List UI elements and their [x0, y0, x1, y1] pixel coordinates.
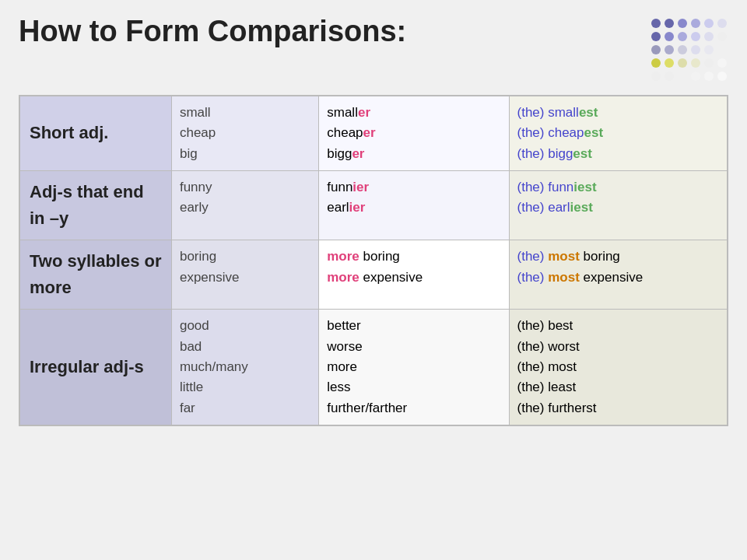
decorative-dot: [665, 72, 674, 81]
decorative-dot: [651, 58, 661, 68]
header: How to Form Comparisons:: [19, 16, 728, 82]
decorative-dot: [678, 19, 687, 28]
decorative-dot: [717, 19, 727, 28]
base-word: big: [180, 144, 310, 164]
base-word: little: [180, 377, 310, 397]
superlative-cell: (the) smallest(the) cheapest(the) bigges…: [509, 96, 728, 171]
base-word: small: [180, 103, 310, 123]
decorative-dot: [678, 72, 687, 81]
decorative-dot: [651, 45, 661, 54]
comparative-word: smaller: [327, 103, 500, 123]
superlative-word: (the) most: [517, 357, 719, 377]
category-cell: Short adj.: [19, 96, 171, 171]
dots-decoration: [651, 19, 728, 82]
decorative-dot: [717, 32, 727, 41]
superlative-word: (the) cheapest: [517, 123, 719, 143]
superlative-word: (the) least: [517, 377, 719, 397]
decorative-dot: [665, 58, 674, 68]
decorative-dot: [691, 19, 700, 28]
comparative-cell: smallercheaperbigger: [319, 96, 509, 171]
decorative-dot: [704, 58, 714, 68]
base-cell: boringexpensive: [171, 240, 318, 310]
table-row: Adj-s that end in –yfunnyearlyfunnierear…: [19, 171, 728, 240]
decorative-dot: [665, 32, 674, 41]
table-row: Two syllables or moreboringexpensivemore…: [19, 240, 728, 310]
base-word: far: [180, 398, 310, 418]
base-cell: smallcheapbig: [171, 96, 318, 171]
decorative-dot: [691, 32, 700, 41]
decorative-dot: [678, 58, 687, 68]
comparative-word: earlier: [327, 198, 500, 218]
comparative-word: bigger: [327, 144, 500, 164]
comparative-word: less: [327, 377, 500, 397]
comparative-word: further/farther: [327, 398, 500, 418]
table-row: Short adj.smallcheapbigsmallercheaperbig…: [19, 96, 728, 171]
superlative-word: (the) smallest: [517, 103, 719, 123]
superlative-cell: (the) funniest(the) earliest: [509, 171, 728, 240]
base-word: early: [180, 198, 310, 218]
page: How to Form Comparisons: Short adj.small…: [0, 0, 747, 560]
decorative-dot: [651, 19, 661, 28]
comparative-cell: betterworsemorelessfurther/farther: [319, 310, 509, 425]
decorative-dot: [717, 45, 727, 54]
comparative-cell: more boringmore expensive: [319, 240, 509, 310]
base-cell: funnyearly: [171, 171, 318, 240]
decorative-dot: [665, 19, 674, 28]
decorative-dot: [691, 58, 700, 68]
decorative-dot: [717, 72, 727, 81]
category-cell: Irregular adj-s: [19, 310, 171, 425]
comparative-word: funnier: [327, 177, 500, 198]
base-word: bad: [180, 337, 310, 357]
decorative-dot: [704, 45, 714, 54]
decorative-dot: [717, 58, 727, 68]
comparative-word: more: [327, 357, 500, 377]
superlative-cell: (the) most boring(the) most expensive: [509, 240, 728, 310]
base-word: funny: [180, 177, 310, 198]
decorative-dot: [651, 32, 661, 41]
superlative-word: (the) best: [517, 316, 719, 336]
table-row: Irregular adj-sgoodbadmuch/manylittlefar…: [19, 310, 728, 425]
comparative-word: worse: [327, 337, 500, 357]
decorative-dot: [651, 72, 661, 81]
decorative-dot: [691, 45, 700, 54]
decorative-dot: [678, 32, 687, 41]
superlative-word: (the) funniest: [517, 177, 719, 198]
superlative-word: (the) biggest: [517, 144, 719, 164]
comparative-word: more expensive: [327, 268, 500, 288]
category-cell: Adj-s that end in –y: [19, 171, 171, 240]
decorative-dot: [704, 72, 714, 81]
base-word: boring: [180, 247, 310, 267]
decorative-dot: [704, 19, 714, 28]
base-cell: goodbadmuch/manylittlefar: [171, 310, 318, 425]
superlative-word: (the) worst: [517, 337, 719, 357]
superlative-word: (the) most expensive: [517, 268, 719, 288]
base-word: expensive: [180, 268, 310, 288]
superlative-word: (the) most boring: [517, 247, 719, 267]
decorative-dot: [665, 45, 674, 54]
comparative-word: cheaper: [327, 123, 500, 143]
comparisons-table: Short adj.smallcheapbigsmallercheaperbig…: [19, 95, 728, 426]
superlative-cell: (the) best(the) worst(the) most(the) lea…: [509, 310, 728, 425]
page-title: How to Form Comparisons:: [19, 16, 406, 48]
decorative-dot: [691, 72, 700, 81]
category-cell: Two syllables or more: [19, 240, 171, 310]
decorative-dot: [678, 45, 687, 54]
base-word: cheap: [180, 123, 310, 143]
comparative-word: better: [327, 316, 500, 336]
decorative-dot: [704, 32, 714, 41]
base-word: good: [180, 316, 310, 336]
superlative-word: (the) earliest: [517, 198, 719, 218]
base-word: much/many: [180, 357, 310, 377]
superlative-word: (the) furtherst: [517, 398, 719, 418]
comparative-word: more boring: [327, 247, 500, 267]
comparative-cell: funnierearlier: [319, 171, 509, 240]
